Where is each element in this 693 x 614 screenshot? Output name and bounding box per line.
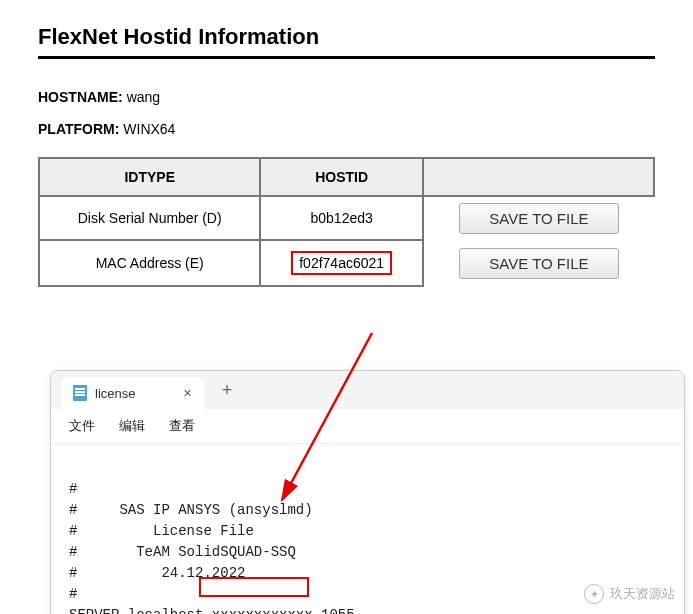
- hostname-line: HOSTNAME: wang: [38, 89, 655, 105]
- code-line: # TeAM SolidSQUAD-SSQ: [69, 544, 296, 560]
- hostid-table: IDTYPE HOSTID Disk Serial Number (D) b0b…: [38, 157, 655, 287]
- cell-hostid: b0b12ed3: [260, 196, 423, 240]
- code-line: #: [69, 481, 77, 497]
- hostid-highlight: f02f74ac6021: [291, 251, 392, 275]
- header-idtype: IDTYPE: [39, 158, 260, 196]
- table-row: Disk Serial Number (D) b0b12ed3 SAVE TO …: [39, 196, 654, 240]
- save-to-file-button[interactable]: SAVE TO FILE: [459, 248, 619, 279]
- add-tab-button[interactable]: +: [222, 380, 233, 401]
- hostname-label: HOSTNAME:: [38, 89, 123, 105]
- cell-idtype: Disk Serial Number (D): [39, 196, 260, 240]
- hostname-value: wang: [127, 89, 160, 105]
- table-row: MAC Address (E) f02f74ac6021 SAVE TO FIL…: [39, 240, 654, 286]
- menu-file[interactable]: 文件: [69, 417, 95, 435]
- page-title: FlexNet Hostid Information: [38, 24, 655, 50]
- watermark: ✦ 玖天资源站: [584, 584, 675, 604]
- tab-title: license: [95, 386, 135, 401]
- menu-edit[interactable]: 编辑: [119, 417, 145, 435]
- code-line: # 24.12.2022: [69, 565, 245, 581]
- file-icon: [73, 385, 87, 401]
- header-action: [423, 158, 654, 196]
- watermark-text: 玖天资源站: [610, 585, 675, 603]
- menu-bar: 文件 编辑 查看: [51, 409, 684, 444]
- save-to-file-button[interactable]: SAVE TO FILE: [459, 203, 619, 234]
- menu-view[interactable]: 查看: [169, 417, 195, 435]
- header-hostid: HOSTID: [260, 158, 423, 196]
- platform-line: PLATFORM: WINX64: [38, 121, 655, 137]
- table-header-row: IDTYPE HOSTID: [39, 158, 654, 196]
- divider: [38, 56, 655, 59]
- cell-idtype: MAC Address (E): [39, 240, 260, 286]
- platform-value: WINX64: [123, 121, 175, 137]
- notepad-window: license × + 文件 编辑 查看 # # SAS IP ANSYS (a…: [50, 370, 685, 614]
- code-line: # SAS IP ANSYS (ansyslmd): [69, 502, 313, 518]
- tab-license[interactable]: license ×: [61, 377, 204, 409]
- close-icon[interactable]: ×: [183, 385, 191, 401]
- wechat-icon: ✦: [584, 584, 604, 604]
- tab-bar: license × +: [51, 371, 684, 409]
- code-line: # License File: [69, 523, 254, 539]
- cell-hostid: f02f74ac6021: [260, 240, 423, 286]
- code-line: #: [69, 586, 77, 602]
- platform-label: PLATFORM:: [38, 121, 119, 137]
- code-line: SERVER localhost xxxxxxxxxxxx 1055: [69, 607, 355, 614]
